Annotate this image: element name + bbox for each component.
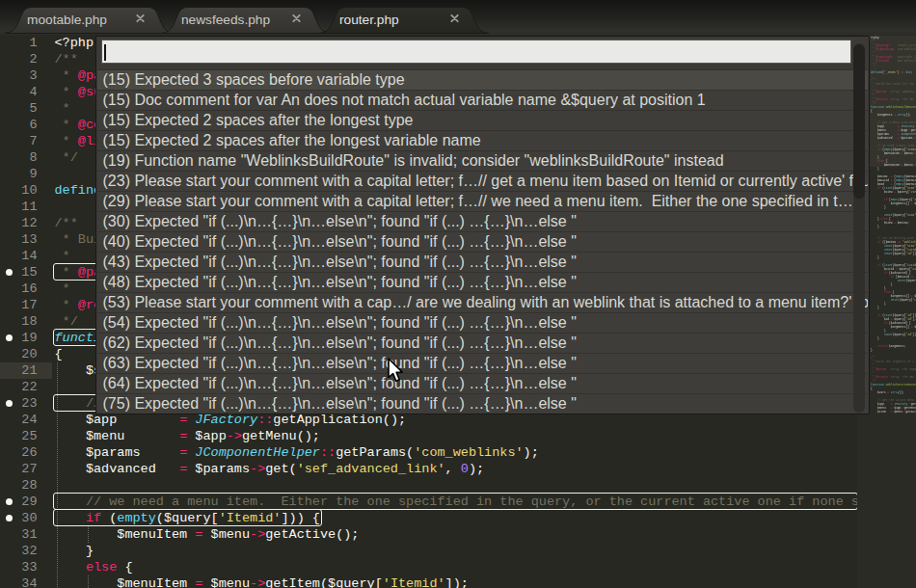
svg-text:newsfeeds.php: newsfeeds.php bbox=[181, 13, 270, 27]
svg-text:mootable.php: mootable.php bbox=[27, 13, 107, 27]
svg-text:router.php: router.php bbox=[339, 13, 399, 27]
